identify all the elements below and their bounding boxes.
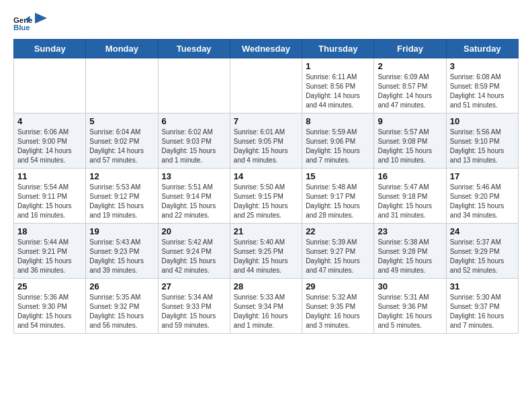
day-number: 6 <box>162 116 226 126</box>
calendar-cell <box>230 58 302 113</box>
day-info: Sunrise: 5:46 AMSunset: 9:20 PMDaylight:… <box>450 183 515 220</box>
day-number: 2 <box>378 61 442 71</box>
calendar-cell: 28Sunrise: 5:33 AMSunset: 9:34 PMDayligh… <box>230 279 302 334</box>
day-number: 16 <box>378 171 442 181</box>
logo-icon: General Blue <box>13 13 32 32</box>
calendar-cell: 26Sunrise: 5:35 AMSunset: 9:32 PMDayligh… <box>86 279 158 334</box>
day-info: Sunrise: 5:59 AMSunset: 9:06 PMDaylight:… <box>306 128 370 165</box>
day-info: Sunrise: 5:34 AMSunset: 9:33 PMDaylight:… <box>162 293 226 330</box>
day-number: 1 <box>306 61 370 71</box>
day-info: Sunrise: 5:39 AMSunset: 9:27 PMDaylight:… <box>306 238 370 275</box>
calendar-week-row: 11Sunrise: 5:54 AMSunset: 9:11 PMDayligh… <box>14 169 519 224</box>
calendar-cell: 23Sunrise: 5:38 AMSunset: 9:28 PMDayligh… <box>374 224 446 279</box>
calendar-week-row: 18Sunrise: 5:44 AMSunset: 9:21 PMDayligh… <box>14 224 519 279</box>
calendar-cell <box>14 58 86 113</box>
day-info: Sunrise: 5:53 AMSunset: 9:12 PMDaylight:… <box>89 183 154 220</box>
calendar-cell: 9Sunrise: 5:57 AMSunset: 9:08 PMDaylight… <box>374 113 446 169</box>
day-info: Sunrise: 5:40 AMSunset: 9:25 PMDaylight:… <box>234 238 298 275</box>
day-info: Sunrise: 5:38 AMSunset: 9:28 PMDaylight:… <box>378 238 442 275</box>
day-info: Sunrise: 5:37 AMSunset: 9:29 PMDaylight:… <box>450 238 515 275</box>
day-number: 3 <box>450 61 515 71</box>
weekday-header: Tuesday <box>158 40 230 58</box>
day-info: Sunrise: 5:35 AMSunset: 9:32 PMDaylight:… <box>89 293 154 330</box>
day-info: Sunrise: 5:42 AMSunset: 9:24 PMDaylight:… <box>162 238 226 275</box>
calendar-week-row: 4Sunrise: 6:06 AMSunset: 9:00 PMDaylight… <box>14 113 519 169</box>
calendar-cell: 22Sunrise: 5:39 AMSunset: 9:27 PMDayligh… <box>302 224 374 279</box>
day-number: 11 <box>17 171 82 181</box>
day-number: 26 <box>89 281 154 291</box>
calendar-table: SundayMondayTuesdayWednesdayThursdayFrid… <box>13 39 519 334</box>
calendar-cell: 27Sunrise: 5:34 AMSunset: 9:33 PMDayligh… <box>158 279 230 334</box>
calendar-cell: 12Sunrise: 5:53 AMSunset: 9:12 PMDayligh… <box>86 169 158 224</box>
day-number: 27 <box>162 281 226 291</box>
day-info: Sunrise: 6:08 AMSunset: 8:59 PMDaylight:… <box>450 73 515 110</box>
day-info: Sunrise: 6:06 AMSunset: 9:00 PMDaylight:… <box>17 128 82 165</box>
day-info: Sunrise: 5:31 AMSunset: 9:36 PMDaylight:… <box>378 293 442 330</box>
calendar-week-row: 25Sunrise: 5:36 AMSunset: 9:30 PMDayligh… <box>14 279 519 334</box>
calendar-header-row: SundayMondayTuesdayWednesdayThursdayFrid… <box>14 40 519 58</box>
day-number: 8 <box>306 116 370 126</box>
day-number: 13 <box>162 171 226 181</box>
day-info: Sunrise: 5:36 AMSunset: 9:30 PMDaylight:… <box>17 293 82 330</box>
calendar-cell: 7Sunrise: 6:01 AMSunset: 9:05 PMDaylight… <box>230 113 302 169</box>
day-number: 28 <box>234 281 298 291</box>
day-info: Sunrise: 6:01 AMSunset: 9:05 PMDaylight:… <box>234 128 298 165</box>
calendar-cell: 19Sunrise: 5:43 AMSunset: 9:23 PMDayligh… <box>86 224 158 279</box>
day-info: Sunrise: 5:30 AMSunset: 9:37 PMDaylight:… <box>450 293 515 330</box>
day-info: Sunrise: 6:09 AMSunset: 8:57 PMDaylight:… <box>378 73 442 110</box>
day-info: Sunrise: 5:56 AMSunset: 9:10 PMDaylight:… <box>450 128 515 165</box>
day-number: 22 <box>306 226 370 236</box>
day-info: Sunrise: 5:54 AMSunset: 9:11 PMDaylight:… <box>17 183 82 220</box>
page-header: General Blue <box>13 13 519 32</box>
day-number: 18 <box>17 226 82 236</box>
calendar-cell: 11Sunrise: 5:54 AMSunset: 9:11 PMDayligh… <box>14 169 86 224</box>
day-info: Sunrise: 5:48 AMSunset: 9:17 PMDaylight:… <box>306 183 370 220</box>
day-info: Sunrise: 5:33 AMSunset: 9:34 PMDaylight:… <box>234 293 298 330</box>
weekday-header: Sunday <box>14 40 86 58</box>
day-number: 14 <box>234 171 298 181</box>
weekday-header: Wednesday <box>230 40 302 58</box>
calendar-cell: 17Sunrise: 5:46 AMSunset: 9:20 PMDayligh… <box>446 169 518 224</box>
calendar-cell: 16Sunrise: 5:47 AMSunset: 9:18 PMDayligh… <box>374 169 446 224</box>
day-number: 31 <box>450 281 515 291</box>
logo: General Blue <box>13 13 47 32</box>
day-number: 19 <box>89 226 154 236</box>
day-number: 9 <box>378 116 442 126</box>
day-number: 15 <box>306 171 370 181</box>
calendar-cell: 4Sunrise: 6:06 AMSunset: 9:00 PMDaylight… <box>14 113 86 169</box>
day-number: 20 <box>162 226 226 236</box>
calendar-cell: 25Sunrise: 5:36 AMSunset: 9:30 PMDayligh… <box>14 279 86 334</box>
day-info: Sunrise: 5:44 AMSunset: 9:21 PMDaylight:… <box>17 238 82 275</box>
day-number: 24 <box>450 226 515 236</box>
calendar-cell: 21Sunrise: 5:40 AMSunset: 9:25 PMDayligh… <box>230 224 302 279</box>
day-number: 12 <box>89 171 154 181</box>
calendar-cell: 14Sunrise: 5:50 AMSunset: 9:15 PMDayligh… <box>230 169 302 224</box>
calendar-cell: 29Sunrise: 5:32 AMSunset: 9:35 PMDayligh… <box>302 279 374 334</box>
calendar-cell: 2Sunrise: 6:09 AMSunset: 8:57 PMDaylight… <box>374 58 446 113</box>
day-info: Sunrise: 5:50 AMSunset: 9:15 PMDaylight:… <box>234 183 298 220</box>
calendar-cell: 6Sunrise: 6:02 AMSunset: 9:03 PMDaylight… <box>158 113 230 169</box>
day-number: 5 <box>89 116 154 126</box>
day-number: 30 <box>378 281 442 291</box>
svg-marker-3 <box>35 13 47 24</box>
day-info: Sunrise: 5:51 AMSunset: 9:14 PMDaylight:… <box>162 183 226 220</box>
day-number: 10 <box>450 116 515 126</box>
calendar-cell: 3Sunrise: 6:08 AMSunset: 8:59 PMDaylight… <box>446 58 518 113</box>
weekday-header: Saturday <box>446 40 518 58</box>
day-number: 25 <box>17 281 82 291</box>
day-number: 4 <box>17 116 82 126</box>
calendar-week-row: 1Sunrise: 6:11 AMSunset: 8:56 PMDaylight… <box>14 58 519 113</box>
day-number: 17 <box>450 171 515 181</box>
day-number: 21 <box>234 226 298 236</box>
day-number: 23 <box>378 226 442 236</box>
day-info: Sunrise: 6:04 AMSunset: 9:02 PMDaylight:… <box>89 128 154 165</box>
calendar-cell: 15Sunrise: 5:48 AMSunset: 9:17 PMDayligh… <box>302 169 374 224</box>
day-info: Sunrise: 6:02 AMSunset: 9:03 PMDaylight:… <box>162 128 226 165</box>
svg-text:Blue: Blue <box>13 24 30 32</box>
calendar-cell <box>158 58 230 113</box>
weekday-header: Monday <box>86 40 158 58</box>
day-info: Sunrise: 5:47 AMSunset: 9:18 PMDaylight:… <box>378 183 442 220</box>
calendar-cell: 31Sunrise: 5:30 AMSunset: 9:37 PMDayligh… <box>446 279 518 334</box>
day-info: Sunrise: 5:32 AMSunset: 9:35 PMDaylight:… <box>306 293 370 330</box>
weekday-header: Thursday <box>302 40 374 58</box>
